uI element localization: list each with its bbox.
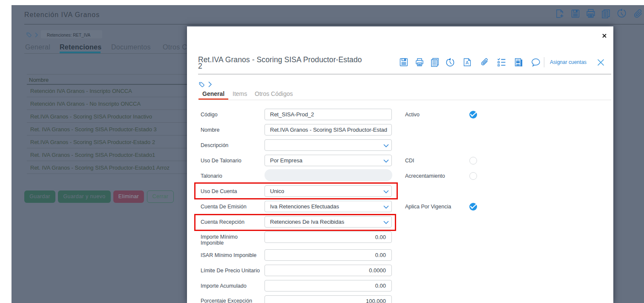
svg-text:A: A <box>466 60 469 65</box>
